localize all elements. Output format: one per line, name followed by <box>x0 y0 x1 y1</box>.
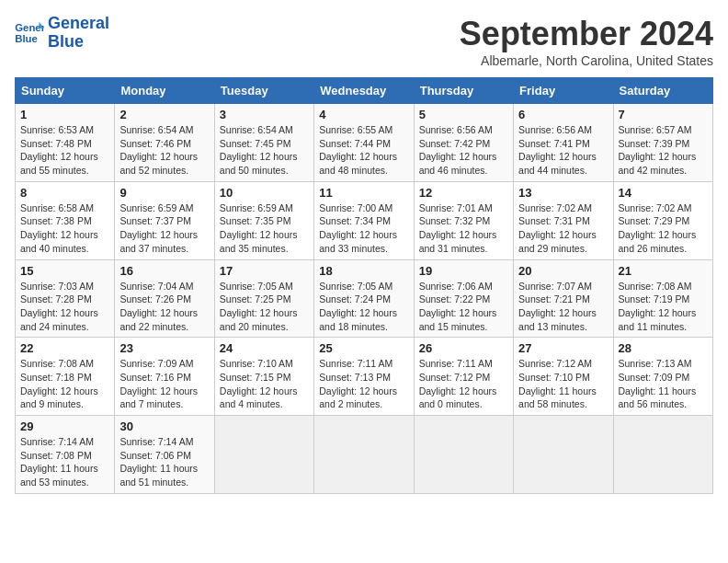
day-info: Sunrise: 7:08 AM Sunset: 7:19 PM Dayligh… <box>619 280 708 334</box>
calendar-cell: 3Sunrise: 6:54 AM Sunset: 7:45 PM Daylig… <box>214 104 313 182</box>
day-number: 17 <box>220 264 309 278</box>
day-number: 25 <box>319 341 408 355</box>
day-info: Sunrise: 6:59 AM Sunset: 7:37 PM Dayligh… <box>119 201 209 256</box>
calendar-cell: 18Sunrise: 7:05 AM Sunset: 7:24 PM Dayli… <box>314 259 414 338</box>
calendar-cell: 10Sunrise: 6:59 AM Sunset: 7:35 PM Dayli… <box>214 181 313 259</box>
day-number: 27 <box>518 341 608 355</box>
calendar-cell: 19Sunrise: 7:06 AM Sunset: 7:22 PM Dayli… <box>414 259 513 338</box>
day-number: 9 <box>119 186 209 200</box>
day-info: Sunrise: 7:05 AM Sunset: 7:24 PM Dayligh… <box>319 280 408 334</box>
day-info: Sunrise: 7:01 AM Sunset: 7:32 PM Dayligh… <box>419 201 508 256</box>
day-info: Sunrise: 7:04 AM Sunset: 7:26 PM Dayligh… <box>119 280 209 334</box>
calendar-cell <box>214 416 313 494</box>
day-info: Sunrise: 6:57 AM Sunset: 7:39 PM Dayligh… <box>619 123 708 178</box>
weekday-header-saturday: Saturday <box>613 78 712 104</box>
weekday-header-row: SundayMondayTuesdayWednesdayThursdayFrid… <box>16 78 713 104</box>
day-info: Sunrise: 6:56 AM Sunset: 7:42 PM Dayligh… <box>419 123 508 178</box>
svg-text:Blue: Blue <box>15 32 38 43</box>
calendar-cell: 2Sunrise: 6:54 AM Sunset: 7:46 PM Daylig… <box>115 104 214 182</box>
logo: General Blue General Blue <box>15 15 109 52</box>
day-number: 3 <box>220 108 309 121</box>
calendar-cell: 16Sunrise: 7:04 AM Sunset: 7:26 PM Dayli… <box>115 259 214 338</box>
day-info: Sunrise: 7:02 AM Sunset: 7:31 PM Dayligh… <box>518 201 608 256</box>
calendar-cell: 29Sunrise: 7:14 AM Sunset: 7:08 PM Dayli… <box>16 416 115 494</box>
day-number: 8 <box>20 186 109 200</box>
day-info: Sunrise: 7:06 AM Sunset: 7:22 PM Dayligh… <box>419 280 508 334</box>
calendar-cell: 8Sunrise: 6:58 AM Sunset: 7:38 PM Daylig… <box>16 181 115 259</box>
day-number: 22 <box>20 341 109 355</box>
day-number: 6 <box>518 108 608 121</box>
calendar-cell: 21Sunrise: 7:08 AM Sunset: 7:19 PM Dayli… <box>613 259 712 338</box>
day-number: 28 <box>619 341 708 355</box>
day-number: 29 <box>20 419 109 433</box>
day-number: 30 <box>119 419 209 433</box>
calendar-cell <box>514 416 613 494</box>
calendar-cell: 14Sunrise: 7:02 AM Sunset: 7:29 PM Dayli… <box>613 181 712 259</box>
calendar-week-1: 1Sunrise: 6:53 AM Sunset: 7:48 PM Daylig… <box>16 104 713 182</box>
day-number: 14 <box>619 186 708 200</box>
calendar-cell: 6Sunrise: 6:56 AM Sunset: 7:41 PM Daylig… <box>514 104 613 182</box>
day-number: 23 <box>119 341 209 355</box>
calendar-cell <box>314 416 414 494</box>
day-info: Sunrise: 6:53 AM Sunset: 7:48 PM Dayligh… <box>20 123 109 178</box>
calendar-cell: 27Sunrise: 7:12 AM Sunset: 7:10 PM Dayli… <box>514 338 613 416</box>
day-number: 26 <box>419 341 508 355</box>
weekday-header-friday: Friday <box>514 78 613 104</box>
calendar-cell: 5Sunrise: 6:56 AM Sunset: 7:42 PM Daylig… <box>414 104 513 182</box>
calendar-cell: 23Sunrise: 7:09 AM Sunset: 7:16 PM Dayli… <box>115 338 214 416</box>
day-info: Sunrise: 7:09 AM Sunset: 7:16 PM Dayligh… <box>119 357 209 411</box>
day-info: Sunrise: 6:54 AM Sunset: 7:45 PM Dayligh… <box>220 123 309 178</box>
calendar-cell: 11Sunrise: 7:00 AM Sunset: 7:34 PM Dayli… <box>314 181 414 259</box>
weekday-header-sunday: Sunday <box>16 78 115 104</box>
day-number: 11 <box>319 186 408 200</box>
location-subtitle: Albemarle, North Carolina, United States <box>460 53 713 68</box>
day-info: Sunrise: 6:59 AM Sunset: 7:35 PM Dayligh… <box>220 201 309 256</box>
day-info: Sunrise: 7:03 AM Sunset: 7:28 PM Dayligh… <box>20 280 109 334</box>
calendar-cell: 12Sunrise: 7:01 AM Sunset: 7:32 PM Dayli… <box>414 181 513 259</box>
calendar-cell: 9Sunrise: 6:59 AM Sunset: 7:37 PM Daylig… <box>115 181 214 259</box>
day-info: Sunrise: 7:14 AM Sunset: 7:06 PM Dayligh… <box>119 435 209 489</box>
day-info: Sunrise: 6:55 AM Sunset: 7:44 PM Dayligh… <box>319 123 408 178</box>
day-info: Sunrise: 7:02 AM Sunset: 7:29 PM Dayligh… <box>619 201 708 256</box>
day-info: Sunrise: 7:11 AM Sunset: 7:13 PM Dayligh… <box>319 357 408 411</box>
logo-icon: General Blue <box>15 20 44 46</box>
weekday-header-thursday: Thursday <box>414 78 513 104</box>
day-info: Sunrise: 6:58 AM Sunset: 7:38 PM Dayligh… <box>20 201 109 256</box>
calendar-cell: 28Sunrise: 7:13 AM Sunset: 7:09 PM Dayli… <box>613 338 712 416</box>
day-info: Sunrise: 7:08 AM Sunset: 7:18 PM Dayligh… <box>20 357 109 411</box>
calendar-cell: 22Sunrise: 7:08 AM Sunset: 7:18 PM Dayli… <box>16 338 115 416</box>
day-info: Sunrise: 6:54 AM Sunset: 7:46 PM Dayligh… <box>119 123 209 178</box>
day-info: Sunrise: 7:07 AM Sunset: 7:21 PM Dayligh… <box>518 280 608 334</box>
day-number: 4 <box>319 108 408 121</box>
calendar-cell: 13Sunrise: 7:02 AM Sunset: 7:31 PM Dayli… <box>514 181 613 259</box>
day-number: 24 <box>220 341 309 355</box>
title-block: September 2024 Albemarle, North Carolina… <box>460 15 713 68</box>
day-number: 10 <box>220 186 309 200</box>
calendar-cell: 17Sunrise: 7:05 AM Sunset: 7:25 PM Dayli… <box>214 259 313 338</box>
day-number: 2 <box>119 108 209 121</box>
day-number: 7 <box>619 108 708 121</box>
day-info: Sunrise: 7:14 AM Sunset: 7:08 PM Dayligh… <box>20 435 109 489</box>
calendar-cell: 7Sunrise: 6:57 AM Sunset: 7:39 PM Daylig… <box>613 104 712 182</box>
calendar-cell <box>414 416 513 494</box>
calendar-cell: 4Sunrise: 6:55 AM Sunset: 7:44 PM Daylig… <box>314 104 414 182</box>
calendar-week-5: 29Sunrise: 7:14 AM Sunset: 7:08 PM Dayli… <box>16 416 713 494</box>
weekday-header-wednesday: Wednesday <box>314 78 414 104</box>
day-number: 12 <box>419 186 508 200</box>
calendar-cell: 26Sunrise: 7:11 AM Sunset: 7:12 PM Dayli… <box>414 338 513 416</box>
calendar-cell: 24Sunrise: 7:10 AM Sunset: 7:15 PM Dayli… <box>214 338 313 416</box>
day-number: 19 <box>419 264 508 278</box>
calendar-cell: 20Sunrise: 7:07 AM Sunset: 7:21 PM Dayli… <box>514 259 613 338</box>
calendar-cell: 15Sunrise: 7:03 AM Sunset: 7:28 PM Dayli… <box>16 259 115 338</box>
calendar-week-2: 8Sunrise: 6:58 AM Sunset: 7:38 PM Daylig… <box>16 181 713 259</box>
day-number: 5 <box>419 108 508 121</box>
day-number: 18 <box>319 264 408 278</box>
page-header: General Blue General Blue September 2024… <box>15 15 713 68</box>
month-title: September 2024 <box>460 15 713 53</box>
calendar-cell: 25Sunrise: 7:11 AM Sunset: 7:13 PM Dayli… <box>314 338 414 416</box>
day-info: Sunrise: 6:56 AM Sunset: 7:41 PM Dayligh… <box>518 123 608 178</box>
calendar-table: SundayMondayTuesdayWednesdayThursdayFrid… <box>15 77 713 494</box>
calendar-cell: 1Sunrise: 6:53 AM Sunset: 7:48 PM Daylig… <box>16 104 115 182</box>
calendar-cell: 30Sunrise: 7:14 AM Sunset: 7:06 PM Dayli… <box>115 416 214 494</box>
calendar-week-3: 15Sunrise: 7:03 AM Sunset: 7:28 PM Dayli… <box>16 259 713 338</box>
